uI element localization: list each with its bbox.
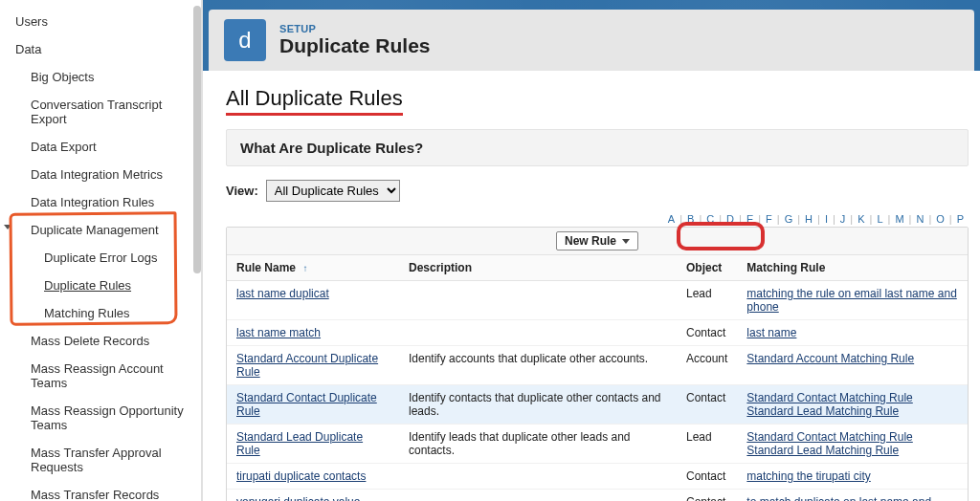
nav-duplicate-management-label: Duplicate Management <box>31 223 159 237</box>
matching-rule-link[interactable]: Standard Contact Matching Rule <box>746 391 912 404</box>
rule-description <box>399 320 677 346</box>
main-content: d SETUP Duplicate Rules All Duplicate Ru… <box>203 0 980 501</box>
alpha-E[interactable]: E <box>745 213 756 225</box>
rule-object: Contact <box>677 490 737 502</box>
rule-name-link[interactable]: yenugari duplicate value <box>236 495 360 501</box>
table-row: tirupati duplicate contactsContactmatchi… <box>227 464 968 490</box>
alpha-O[interactable]: O <box>934 213 947 225</box>
alpha-F[interactable]: F <box>764 213 775 225</box>
rule-description: Identify contacts that duplicate other c… <box>399 385 677 425</box>
nav-duplicate-error-logs[interactable]: Duplicate Error Logs <box>0 244 201 272</box>
nav-data-integration-rules[interactable]: Data Integration Rules <box>0 188 201 216</box>
sort-asc-icon: ↑ <box>299 263 307 273</box>
matching-rule-link[interactable]: Standard Account Matching Rule <box>746 352 914 365</box>
nav-duplicate-rules[interactable]: Duplicate Rules <box>0 272 201 299</box>
matching-rule-link[interactable]: Standard Lead Matching Rule <box>746 444 899 457</box>
alpha-J[interactable]: J <box>838 213 849 225</box>
rule-object: Lead <box>677 425 737 464</box>
rules-table-wrap: New Rule Rule Name ↑ Description Object <box>226 227 969 501</box>
nav-duplicate-management[interactable]: Duplicate Management <box>0 216 201 244</box>
rule-matching: Standard Account Matching Rule <box>737 346 968 385</box>
table-row: last name duplicatLeadmatching the rule … <box>227 281 968 320</box>
rule-name-link[interactable]: Standard Account Duplicate Rule <box>236 352 378 379</box>
info-panel-title: What Are Duplicate Rules? <box>240 140 423 156</box>
alpha-I[interactable]: I <box>823 213 831 225</box>
nav-data-integration-metrics[interactable]: Data Integration Metrics <box>0 161 201 188</box>
new-rule-button-label: New Rule <box>565 234 616 248</box>
rule-description <box>399 490 677 502</box>
alpha-A[interactable]: A <box>666 213 678 225</box>
alpha-M[interactable]: M <box>893 213 906 225</box>
col-rule-name[interactable]: Rule Name ↑ <box>227 255 399 281</box>
table-row: Standard Lead Duplicate RuleIdentify lea… <box>227 425 968 464</box>
section-title: All Duplicate Rules <box>226 86 403 116</box>
rule-matching: Standard Contact Matching RuleStandard L… <box>737 425 968 464</box>
col-rule-name-label: Rule Name <box>236 261 296 274</box>
view-select[interactable]: All Duplicate Rules <box>266 180 400 202</box>
col-description[interactable]: Description <box>399 255 677 281</box>
rule-object: Contact <box>677 320 737 346</box>
alpha-H[interactable]: H <box>803 213 815 225</box>
nav-conversation-transcript-export[interactable]: Conversation Transcript Export <box>0 91 201 133</box>
rule-name-link[interactable]: tirupati duplicate contacts <box>236 469 366 483</box>
view-label: View: <box>226 184 258 198</box>
table-row: last name matchContactlast name <box>227 320 968 346</box>
matching-rule-link[interactable]: matching the tirupati city <box>746 469 870 483</box>
rule-description: Identify accounts that duplicate other a… <box>399 346 677 385</box>
rule-matching: matching the rule on email last name and… <box>737 281 968 320</box>
nav-data[interactable]: Data <box>0 35 201 63</box>
nav-big-objects[interactable]: Big Objects <box>0 63 201 91</box>
alpha-D[interactable]: D <box>724 213 737 225</box>
rule-object: Account <box>677 346 737 385</box>
alpha-C[interactable]: C <box>704 213 717 225</box>
new-rule-button[interactable]: New Rule <box>556 231 638 250</box>
nav-users[interactable]: Users <box>0 8 201 35</box>
breadcrumb: SETUP <box>279 23 431 34</box>
rule-object: Lead <box>677 281 737 320</box>
rule-description: Identify leads that duplicate other lead… <box>399 425 677 464</box>
rule-name-link[interactable]: last name match <box>236 326 321 339</box>
rule-name-link[interactable]: Standard Lead Duplicate Rule <box>236 430 363 457</box>
rule-object: Contact <box>677 464 737 490</box>
alpha-K[interactable]: K <box>856 213 867 225</box>
nav-data-export[interactable]: Data Export <box>0 133 201 161</box>
rule-matching: matching the tirupati city <box>737 464 968 490</box>
rule-description <box>399 281 677 320</box>
duplicate-icon: d <box>224 19 266 61</box>
nav-matching-rules[interactable]: Matching Rules <box>0 299 201 327</box>
nav-mass-reassign-opportunity-teams[interactable]: Mass Reassign Opportunity Teams <box>0 397 201 439</box>
alpha-L[interactable]: L <box>875 213 885 225</box>
matching-rule-link[interactable]: matching the rule on email last name and… <box>746 287 956 314</box>
page-title: Duplicate Rules <box>279 34 431 57</box>
rule-matching: last name <box>737 320 968 346</box>
matching-rule-link[interactable]: Standard Lead Matching Rule <box>746 404 899 418</box>
rule-matching: to match duplicate on last name and mall… <box>737 490 968 502</box>
sidebar: Users Data Big Objects Conversation Tran… <box>0 0 203 501</box>
rule-name-link[interactable]: Standard Contact Duplicate Rule <box>236 391 377 418</box>
alpha-N[interactable]: N <box>914 213 926 225</box>
col-object[interactable]: Object <box>677 255 737 281</box>
annotation-circle <box>677 222 765 250</box>
matching-rule-link[interactable]: last name <box>746 326 796 339</box>
table-row: Standard Contact Duplicate RuleIdentify … <box>227 385 968 425</box>
table-row: yenugari duplicate valueContactto match … <box>227 490 968 502</box>
table-row: Standard Account Duplicate RuleIdentify … <box>227 346 968 385</box>
rule-description <box>399 464 677 490</box>
nav-mass-delete-records[interactable]: Mass Delete Records <box>0 327 201 355</box>
info-panel: What Are Duplicate Rules? <box>226 129 969 166</box>
chevron-down-icon <box>4 225 11 229</box>
alpha-index: A|B|C|D|E|F|G|H|I|J|K|L|M|N|O|P <box>226 213 969 225</box>
matching-rule-link[interactable]: to match duplicate on last name and mall… <box>746 495 931 501</box>
alpha-G[interactable]: G <box>783 213 796 225</box>
rules-table: Rule Name ↑ Description Object Matching … <box>227 255 968 501</box>
nav-mass-reassign-account-teams[interactable]: Mass Reassign Account Teams <box>0 355 201 397</box>
rule-matching: Standard Contact Matching RuleStandard L… <box>737 385 968 425</box>
alpha-B[interactable]: B <box>685 213 697 225</box>
nav-mass-transfer-approval-requests[interactable]: Mass Transfer Approval Requests <box>0 439 201 481</box>
alpha-P[interactable]: P <box>955 213 967 225</box>
rule-name-link[interactable]: last name duplicat <box>236 287 329 300</box>
page-header: d SETUP Duplicate Rules <box>203 0 980 71</box>
matching-rule-link[interactable]: Standard Contact Matching Rule <box>746 430 912 444</box>
nav-mass-transfer-records[interactable]: Mass Transfer Records <box>0 481 201 501</box>
col-matching-rule[interactable]: Matching Rule <box>737 255 968 281</box>
